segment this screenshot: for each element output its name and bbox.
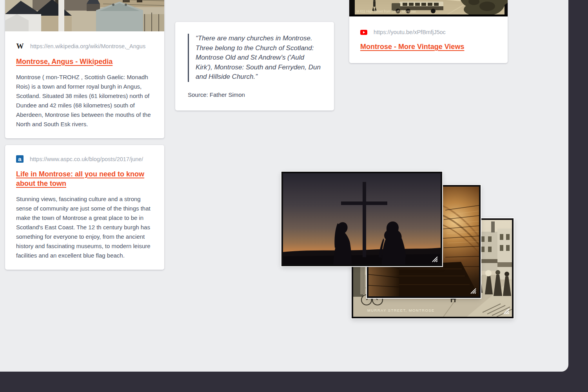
wikipedia-card[interactable]: W https://en.wikipedia.org/wiki/Montrose…: [5, 0, 164, 138]
canvas-board[interactable]: W https://en.wikipedia.org/wiki/Montrose…: [0, 0, 568, 372]
resize-handle-icon[interactable]: [503, 308, 510, 315]
youtube-card-thumbnail: M 611 High Street from South, Montrose: [349, 0, 508, 16]
wikipedia-description: Montrose ( mon-TROHZ , Scottish Gaelic: …: [16, 73, 153, 129]
resize-handle-icon[interactable]: [470, 287, 477, 294]
aspc-favicon-icon: a: [16, 155, 24, 163]
quote-source: Source: Father Simon: [188, 91, 321, 98]
quote-card[interactable]: “There are many churches in Montrose. Th…: [175, 22, 334, 111]
wikipedia-link[interactable]: Montrose, Angus - Wikipedia: [16, 57, 113, 66]
street-postcard-caption: MURRAY STREET, MONTROSE: [367, 308, 435, 312]
quote-text: “There are many churches in Montrose. Th…: [188, 34, 321, 82]
youtube-favicon-icon: [360, 30, 367, 35]
cross-photo[interactable]: [281, 172, 442, 266]
cross-image: [283, 173, 441, 265]
wikipedia-url: https://en.wikipedia.org/wiki/Montrose,_…: [30, 43, 145, 49]
youtube-link[interactable]: Montrose - More Vintage Views: [360, 42, 464, 51]
youtube-url: https://youtu.be/xPfBmfjJ5oc: [374, 29, 446, 35]
aspc-link[interactable]: Life in Montrose: all you need to know a…: [16, 169, 151, 188]
wikipedia-favicon-icon: W: [16, 42, 24, 50]
resize-handle-icon[interactable]: [431, 256, 438, 263]
youtube-thumbnail-caption: M 611 High Street from South, Montrose: [356, 9, 416, 13]
youtube-card[interactable]: M 611 High Street from South, Montrose h…: [349, 0, 508, 63]
aspc-url: https://www.aspc.co.uk/blog/posts/2017/j…: [30, 156, 143, 162]
wikipedia-card-image: [5, 0, 164, 31]
aspc-card[interactable]: a https://www.aspc.co.uk/blog/posts/2017…: [5, 145, 164, 270]
aspc-description: Stunning views, fascinating culture and …: [16, 194, 153, 260]
